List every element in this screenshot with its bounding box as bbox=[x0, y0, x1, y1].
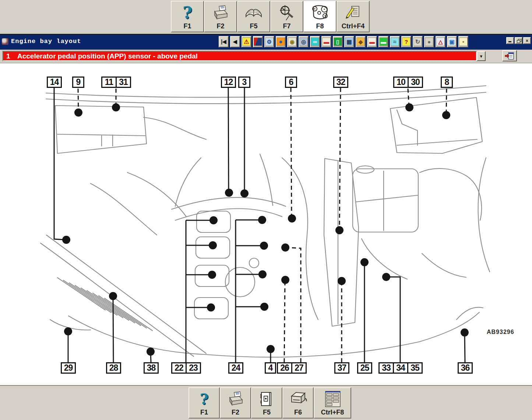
goto-list-icon bbox=[505, 52, 514, 60]
callout-12[interactable]: 12 bbox=[221, 76, 236, 88]
toolbar-icon-airbag[interactable]: △ bbox=[436, 36, 445, 47]
selector-row: 1 Accelerator pedal position (APP) senso… bbox=[0, 50, 532, 63]
device-icon bbox=[289, 389, 308, 409]
component-selector[interactable]: 1 Accelerator pedal position (APP) senso… bbox=[3, 51, 477, 61]
toolbar-icon-tools[interactable]: ⚙ bbox=[264, 36, 274, 47]
callout-33-34-35[interactable]: 333435 bbox=[378, 362, 423, 374]
print-button-bottom[interactable]: F2 bbox=[220, 387, 251, 419]
toolbar-button-label: F7 bbox=[283, 22, 290, 30]
device-button[interactable]: F6 bbox=[282, 387, 314, 419]
toolbar-icon-warning[interactable]: ⚠ bbox=[242, 36, 251, 47]
open-book-icon bbox=[244, 3, 263, 22]
callout-11-31[interactable]: 1131 bbox=[101, 76, 131, 88]
toolbar-icon-abs[interactable]: ↻ bbox=[413, 36, 423, 47]
magnifier-icon bbox=[278, 3, 296, 22]
close-button[interactable]: × bbox=[523, 37, 531, 44]
printer-icon bbox=[212, 3, 229, 22]
toolbar-icon-engine-machine[interactable]: ▦ bbox=[344, 36, 354, 47]
print-button[interactable]: F2 bbox=[204, 1, 237, 32]
callout-38[interactable]: 38 bbox=[144, 362, 159, 374]
component-button[interactable]: F5 bbox=[251, 387, 282, 419]
toolbar-icon-wheel[interactable]: ◎ bbox=[299, 36, 309, 47]
component-icon bbox=[258, 389, 275, 409]
callout-28[interactable]: 28 bbox=[106, 362, 121, 374]
leader-lines-dashed bbox=[78, 88, 447, 362]
printer-icon bbox=[227, 389, 244, 409]
chevron-down-icon: ▼ bbox=[479, 54, 483, 58]
goto-list-button[interactable] bbox=[502, 50, 517, 61]
leader-lines-solid bbox=[54, 88, 465, 362]
button-panel-button[interactable]: Ctrl+F8 bbox=[314, 387, 351, 419]
toolbar-icon-sphere[interactable]: ● bbox=[424, 36, 434, 47]
window-titlebar[interactable]: Engine bay layout |◀ ◀ ⚠ ⚙ ● ◉ ◎ ∞ ▬ ▯ ▦… bbox=[0, 35, 532, 50]
callout-6[interactable]: 6 bbox=[285, 76, 297, 88]
toolbar-button-label: F5 bbox=[250, 22, 257, 30]
dropdown-arrow-button[interactable]: ▼ bbox=[477, 51, 486, 61]
callout-29[interactable]: 29 bbox=[61, 362, 76, 374]
callout-14[interactable]: 14 bbox=[47, 76, 62, 88]
back-button[interactable]: ◀ bbox=[230, 36, 240, 47]
help-question-icon: ? bbox=[183, 5, 192, 21]
selected-item-index: 1 bbox=[6, 52, 17, 60]
toolbar-icon-car-front[interactable]: ▬ bbox=[367, 36, 377, 47]
callout-9[interactable]: 9 bbox=[72, 76, 84, 88]
callout-22-23[interactable]: 2223 bbox=[171, 362, 201, 374]
application-window: ? F1 F2 bbox=[0, 0, 532, 420]
toolbar-icon-help-car[interactable]: ? bbox=[401, 36, 411, 47]
callout-26-27[interactable]: 2627 bbox=[277, 362, 307, 374]
toolbar-icon-lift[interactable]: ▯ bbox=[333, 36, 343, 47]
toolbar-button-label: Ctrl+F4 bbox=[342, 22, 365, 30]
manual-button[interactable]: F5 bbox=[237, 1, 270, 32]
bottom-toolbar: ? F1 F2 bbox=[0, 385, 532, 420]
toolbar-icon-brakes[interactable]: ◉ bbox=[287, 36, 297, 47]
help-button[interactable]: ? F1 bbox=[171, 1, 204, 32]
toolbar-icon-oil[interactable]: ◆ bbox=[356, 36, 366, 47]
selected-item-label: Accelerator pedal position (APP) sensor … bbox=[17, 52, 198, 60]
toolbar-icon-exhaust[interactable]: ≈ bbox=[390, 36, 400, 47]
toolbar-button-label: F2 bbox=[216, 22, 224, 30]
document-pencil-icon bbox=[344, 3, 362, 22]
toolbar-icon-misc[interactable]: • bbox=[458, 36, 468, 47]
toolbar-icon-parts[interactable]: ▣ bbox=[447, 36, 457, 47]
figure-reference-code: AB93296 bbox=[487, 329, 514, 335]
button-panel-icon bbox=[323, 389, 342, 409]
callout-32[interactable]: 32 bbox=[333, 76, 348, 88]
minimize-button[interactable] bbox=[506, 37, 514, 44]
top-toolbar: ? F1 F2 bbox=[0, 0, 532, 35]
callout-36[interactable]: 36 bbox=[458, 362, 473, 374]
callout-10-30[interactable]: 1030 bbox=[393, 76, 423, 88]
toolbar-button-label: F1 bbox=[183, 22, 191, 30]
window-title: Engine bay layout bbox=[11, 38, 81, 45]
restore-button[interactable] bbox=[515, 37, 522, 44]
engine-bay-diagram: 14 9 1131 12 3 6 32 1030 8 29 28 38 2223… bbox=[0, 63, 532, 385]
callout-3[interactable]: 3 bbox=[238, 76, 250, 88]
app-icon bbox=[2, 38, 8, 45]
belt-layout-button[interactable]: F8 bbox=[303, 1, 337, 32]
toolbar-icon-body-red-car[interactable]: ▬ bbox=[321, 36, 331, 47]
engine-line-art bbox=[0, 63, 532, 385]
help-button-bottom[interactable]: ? F1 bbox=[189, 387, 220, 419]
callout-24[interactable]: 24 bbox=[228, 362, 243, 374]
callout-25[interactable]: 25 bbox=[357, 362, 372, 374]
notes-button[interactable]: Ctrl+F4 bbox=[337, 1, 370, 32]
search-button[interactable]: F7 bbox=[270, 1, 303, 32]
toolbar-icon-green-car[interactable]: ▬ bbox=[378, 36, 388, 47]
toolbar-icon-manual[interactable] bbox=[253, 36, 263, 47]
toolbar-icon-binoculars[interactable]: ∞ bbox=[310, 36, 320, 47]
callout-8[interactable]: 8 bbox=[441, 76, 453, 88]
first-page-button[interactable]: |◀ bbox=[219, 36, 229, 47]
callout-37[interactable]: 37 bbox=[334, 362, 349, 374]
callout-4[interactable]: 4 bbox=[265, 362, 276, 374]
toolbar-button-label: F8 bbox=[316, 22, 324, 30]
window-controls: × bbox=[506, 37, 531, 44]
icon-strip: |◀ ◀ ⚠ ⚙ ● ◉ ◎ ∞ ▬ ▯ ▦ ◆ ▬ ▬ ≈ ? ↻ ● △ ▣… bbox=[219, 36, 468, 47]
belt-routing-icon bbox=[310, 3, 330, 22]
toolbar-icon-globe[interactable]: ● bbox=[276, 36, 286, 47]
help-question-icon: ? bbox=[200, 391, 208, 407]
